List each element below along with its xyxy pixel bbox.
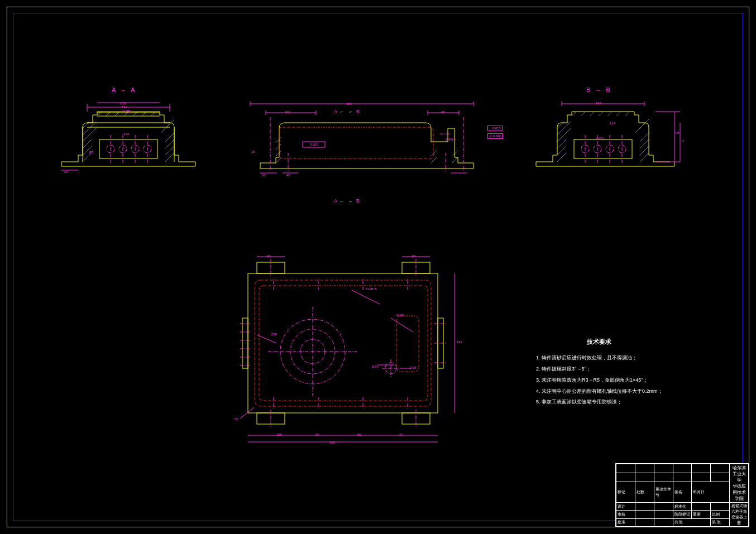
tech-req-item: 4. 未注明中心距公差的所有螺孔轴线位移不大于0.2mm； (536, 386, 663, 397)
svg-line-52 (557, 146, 566, 155)
gdandt-icon: ⟂ (489, 127, 491, 130)
svg-line-55 (635, 119, 649, 133)
svg-line-64 (607, 112, 612, 116)
svg-line-11 (165, 146, 174, 155)
dim-bb-194: 194 (596, 102, 601, 105)
svg-line-39 (276, 151, 281, 156)
svg-rect-0 (99, 139, 157, 158)
svg-line-8 (161, 119, 174, 133)
tolerance-box-1: ⟂ 0.015 (487, 126, 503, 131)
section-bb-label: B – B (586, 86, 613, 93)
technical-requirements: 技术要求 1. 铸件清砂后应进行时效处理，且不得漏油； 2. 铸件拔模斜度3°～… (536, 335, 663, 408)
svg-line-127 (391, 318, 413, 332)
dim-aa-114: 114 (123, 132, 129, 136)
dim-plan-b4: 70 (399, 433, 403, 436)
cut-marker-ab-top: A ⌐ ⌐ B (334, 109, 361, 114)
tb-file: 更改文件号 (654, 482, 673, 503)
tb-sign: 签名 (673, 482, 692, 503)
tb-design: 设计 (616, 503, 635, 511)
svg-line-3 (83, 128, 96, 142)
tech-req-title: 技术要求 (536, 335, 663, 348)
tb-school1: 哈尔滨工业大学 (731, 465, 747, 483)
tb-school2: 华德应用技术学院 (731, 483, 747, 502)
dim-bb-r1: 98 (676, 131, 680, 134)
dim-plan-t1: 60 (267, 254, 271, 258)
svg-line-59 (640, 153, 649, 162)
dim-aa-250: 250 (120, 102, 126, 105)
dim-front-b40: 40 (286, 174, 290, 177)
dim-front-355: 355 (346, 102, 352, 105)
svg-line-56 (640, 133, 649, 142)
dim-plan-m6: 4-M6 (396, 314, 404, 317)
view-plan (223, 240, 463, 452)
dim-bb-r2: 7 (682, 139, 684, 143)
tb-weight: 重量 (692, 511, 711, 518)
svg-line-61 (581, 112, 585, 116)
title-block: 哈尔滨工业大学 华德应用技术学院 标记 处数 更改文件号 签名 年月日 设计 标… (615, 463, 749, 527)
svg-line-60 (572, 112, 576, 116)
dim-plan-b1: 100 (276, 433, 282, 436)
dim-plan-holes: 8×Ø6.5 (366, 287, 377, 291)
section-aa-label: A – A (112, 86, 137, 93)
dim-bb-inner: 114 (610, 122, 615, 125)
dim-front-40: 40 (441, 110, 445, 114)
dim-plan-h: 194 (457, 340, 462, 344)
svg-line-15 (115, 112, 119, 116)
dim-plan-d80: Ø80 (271, 333, 277, 336)
svg-line-62 (590, 112, 594, 116)
svg-line-4 (83, 139, 92, 148)
svg-line-126 (352, 290, 380, 304)
dim-front-h1: 15 (251, 150, 255, 153)
tech-req-item: 2. 铸件拔模斜度3°～5°； (536, 364, 663, 375)
tech-req-item: 3. 未注明铸造圆角为R3～R5，金部倒角为1×45°； (536, 375, 663, 386)
tb-stage: 阶段标记 (673, 511, 692, 518)
view-section-bb (525, 100, 687, 173)
svg-line-57 (640, 139, 649, 148)
dim-aa-194: 194 (122, 105, 127, 109)
svg-line-51 (557, 139, 566, 148)
svg-rect-47 (574, 139, 632, 158)
svg-line-38 (276, 157, 281, 163)
svg-line-41 (276, 137, 281, 143)
dim-aa-r3: R3 (89, 151, 94, 154)
svg-line-45 (452, 151, 458, 156)
view-front (240, 100, 486, 184)
svg-line-13 (97, 112, 102, 116)
dim-plan-d24: Ø24 (372, 365, 378, 368)
dim-bb-114: 4-Ø 6 (596, 137, 604, 140)
dim-plan-355: 355 (329, 441, 335, 444)
svg-line-10 (165, 139, 174, 148)
svg-line-40 (276, 144, 281, 150)
tolerance-box-2: ◎ 0.020 (487, 133, 503, 139)
dim-front-100: 100 (285, 110, 290, 114)
tech-req-item: 1. 铸件清砂后应进行时效处理，且不得漏油； (536, 353, 663, 364)
svg-line-9 (165, 133, 174, 142)
svg-line-2 (83, 122, 96, 135)
svg-line-65 (616, 112, 621, 116)
tb-page: 第 张 (711, 518, 730, 526)
svg-line-66 (625, 112, 630, 116)
dim-front-b20: 20 (262, 174, 266, 177)
tb-approve: 批准 (616, 518, 635, 526)
dim-plan-t2: 60 (412, 254, 416, 258)
svg-line-58 (640, 146, 649, 155)
tb-check: 审核 (616, 511, 635, 518)
svg-rect-87 (242, 318, 248, 368)
tb-scale: 比例 (711, 511, 730, 518)
dim-plan-b2: 80 (315, 433, 319, 436)
svg-rect-90 (396, 316, 419, 372)
svg-line-44 (452, 157, 458, 163)
svg-line-50 (557, 128, 571, 142)
svg-line-43 (431, 151, 437, 156)
svg-line-63 (599, 112, 603, 116)
tolerance-val-2: 0.020 (493, 134, 501, 138)
dim-plan-b3: 80 (357, 433, 361, 436)
svg-line-42 (431, 157, 437, 163)
tb-std: 标准化 (673, 503, 692, 511)
tolerance-val-1: 0.015 (492, 127, 501, 130)
tb-date: 年月日 (692, 482, 730, 503)
dim-plan-left: 50 (235, 417, 238, 421)
tb-partname: 摇臂式轴六档手动变速器上盖 (730, 503, 749, 527)
svg-line-19 (151, 112, 155, 116)
svg-line-49 (557, 122, 571, 135)
